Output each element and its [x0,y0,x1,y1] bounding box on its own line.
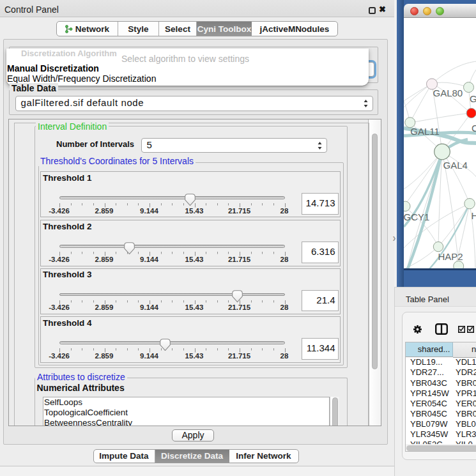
svg-text:GA: GA [470,93,476,104]
svg-text:H: H [471,210,476,221]
svg-text:GCY1: GCY1 [404,211,429,222]
svg-text:HAP2: HAP2 [438,250,463,261]
svg-text:GAL11: GAL11 [410,125,440,136]
svg-text:GAL80: GAL80 [433,87,463,98]
svg-text:CY: CY [472,122,476,133]
svg-text:GAL4: GAL4 [443,159,467,170]
